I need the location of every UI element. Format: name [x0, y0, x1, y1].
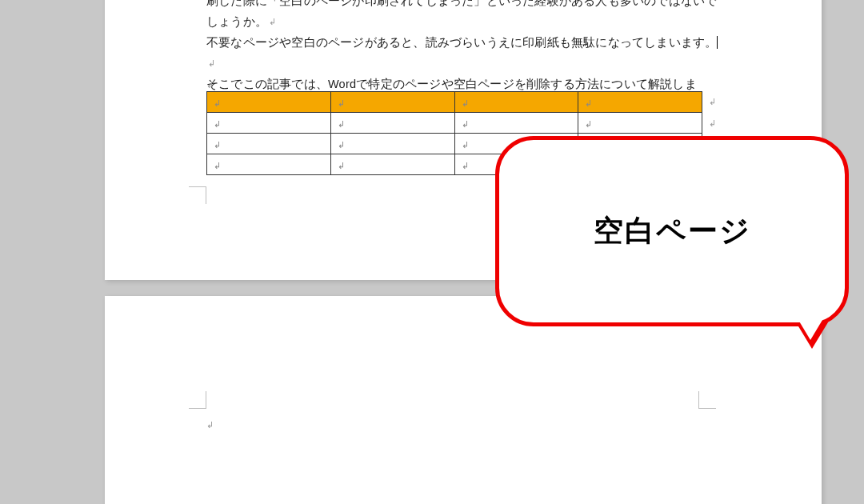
table-cell[interactable]: ↲ — [330, 92, 454, 113]
return-mark-icon: ↲ — [585, 119, 592, 129]
return-mark-icon: ↲ — [338, 140, 345, 150]
paragraph[interactable]: 刷した際に「空白のページが印刷されてしまった」といった経験がある人も多いのではな… — [206, 0, 718, 32]
table-header-row[interactable]: ↲ ↲ ↲ ↲ — [207, 92, 702, 113]
table-cell[interactable]: ↲ — [454, 113, 578, 134]
return-mark-icon: ↲ — [338, 161, 345, 170]
page-margin-marker-icon — [698, 391, 716, 409]
return-mark-icon: ↲ — [709, 118, 716, 129]
return-mark-icon: ↲ — [709, 97, 716, 107]
table-cell[interactable]: ↲ — [454, 92, 578, 113]
return-mark-icon: ↲ — [214, 161, 221, 170]
return-mark-icon: ↲ — [338, 98, 345, 108]
page-margin-marker-icon — [189, 391, 206, 409]
text-cursor-icon — [717, 36, 718, 49]
return-mark-icon: ↲ — [269, 17, 276, 26]
callout-balloon: 空白ページ — [495, 136, 849, 326]
table-cell[interactable]: ↲ — [330, 113, 454, 134]
table-row[interactable]: ↲ ↲ ↲ ↲ — [207, 113, 702, 134]
document-page-2[interactable]: ↲ — [105, 296, 822, 504]
return-mark-icon: ↲ — [206, 420, 214, 430]
callout-text: 空白ページ — [594, 211, 751, 251]
table-cell[interactable]: ↲ — [330, 154, 454, 175]
return-mark-icon: ↲ — [338, 119, 345, 129]
return-mark-icon: ↲ — [462, 98, 469, 108]
return-mark-icon: ↲ — [585, 98, 592, 108]
return-mark-icon: ↲ — [462, 161, 469, 170]
table-cell[interactable]: ↲ — [207, 113, 331, 134]
return-mark-icon: ↲ — [214, 119, 221, 129]
table-cell[interactable]: ↲ — [207, 134, 331, 154]
return-mark-icon: ↲ — [214, 98, 221, 108]
return-mark-icon: ↲ — [462, 119, 469, 129]
paragraph-text[interactable]: 不要なページや空白のページがあると、読みづらいうえに印刷紙も無駄になってしまいま… — [206, 36, 717, 49]
return-mark-icon: ↲ — [214, 140, 221, 150]
page-margin-marker-icon — [189, 186, 206, 204]
return-mark-icon: ↲ — [462, 140, 469, 150]
table-cell[interactable]: ↲ — [578, 92, 702, 113]
table-cell[interactable]: ↲ — [578, 113, 702, 134]
table-cell[interactable]: ↲ — [207, 154, 331, 175]
return-mark-icon: ↲ — [206, 80, 214, 90]
table-cell[interactable]: ↲ — [207, 92, 331, 113]
return-mark-icon: ↲ — [208, 58, 215, 68]
paragraph-text[interactable]: 刷した際に「空白のページが印刷されてしまった」といった経験がある人も多いのではな… — [206, 0, 717, 28]
table-cell[interactable]: ↲ — [330, 134, 454, 154]
paragraph[interactable]: 不要なページや空白のページがあると、読みづらいうえに印刷紙も無駄になってしまいま… — [206, 32, 718, 74]
callout-arrow-icon — [798, 320, 822, 340]
